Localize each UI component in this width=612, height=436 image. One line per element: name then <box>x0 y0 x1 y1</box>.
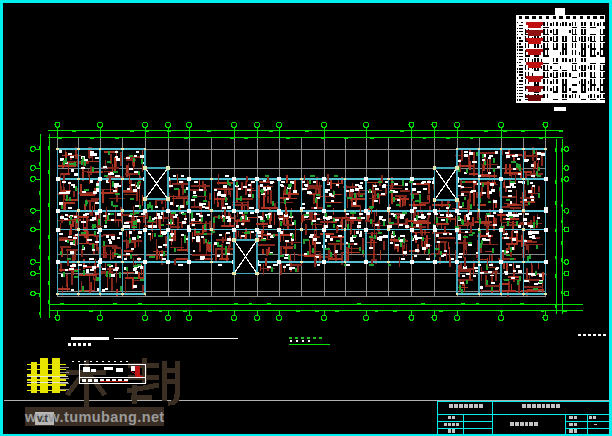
svg-text:v.t: v.t <box>37 413 49 424</box>
